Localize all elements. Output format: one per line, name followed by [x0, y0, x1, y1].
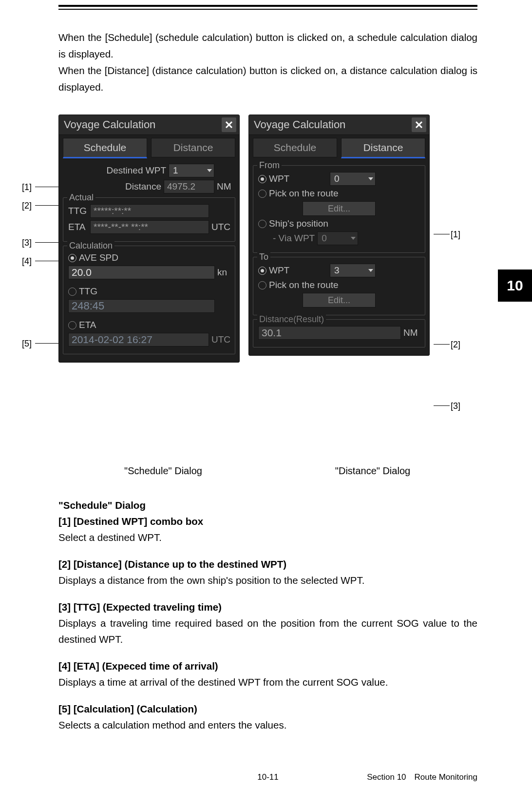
result-legend: Distance(Result): [257, 314, 326, 325]
annot-right-2: [2]: [451, 340, 460, 350]
from-ship-radio[interactable]: [258, 220, 266, 228]
annot-line-r1: [434, 234, 450, 234]
to-pick-radio[interactable]: [258, 281, 266, 289]
tab-distance[interactable]: Distance: [151, 138, 235, 157]
dialog-title-2: Voyage Calculation: [254, 118, 345, 131]
annot-right-3: [3]: [451, 401, 460, 411]
intro-p1: When the [Schedule] (schedule calculatio…: [58, 29, 477, 62]
def-1-heading: [1] [Destined WPT] combo box: [58, 513, 477, 529]
caption-schedule: "Schedule" Dialog: [58, 465, 268, 477]
tab-distance-2[interactable]: Distance: [341, 138, 425, 158]
distance-field: 4975.2: [164, 180, 214, 193]
def-4-text: Displays a time at arrival of the destin…: [58, 674, 477, 690]
to-wpt-label: WPT: [269, 265, 327, 276]
distance-body: From WPT 0 Pick on the route: [249, 165, 429, 355]
destined-wpt-combo[interactable]: 1: [169, 164, 214, 177]
to-group: To WPT 3 Pick on the route E: [253, 257, 425, 315]
via-wpt-value: 0: [322, 233, 327, 244]
result-unit: NM: [403, 327, 420, 338]
via-wpt-label: - Via WPT: [273, 233, 315, 244]
distance-dialog: Voyage Calculation Schedule Distance Fro…: [248, 115, 430, 356]
defs-heading: "Schedule" Dialog: [58, 497, 477, 513]
page-rule: [58, 5, 477, 10]
page: 10 When the [Schedule] (schedule calcula…: [0, 0, 532, 789]
chevron-down-icon: [351, 237, 356, 240]
calc-eta-field: 2014-02-02 16:27: [68, 333, 209, 346]
result-group: Distance(Result) 30.1 NM: [253, 319, 425, 347]
def-2-heading: [2] [Distance] (Distance up to the desti…: [58, 556, 477, 572]
distance-unit: NM: [217, 181, 235, 192]
annot-left-5: [5]: [22, 339, 32, 349]
def-5-heading: [5] [Calculation] (Calculation): [58, 701, 477, 717]
ave-spd-unit: kn: [217, 267, 230, 278]
actual-legend: Actual: [67, 192, 95, 203]
annot-line-r3: [434, 405, 450, 406]
chevron-down-icon: [207, 169, 212, 172]
def-3-text: Displays a traveling time required based…: [58, 615, 477, 647]
calc-eta-label: ETA: [79, 320, 96, 330]
intro-p2: When the [Distance] (distance calculatio…: [58, 62, 477, 96]
annot-left-3: [3]: [22, 238, 32, 248]
def-1-text: Select a destined WPT.: [58, 529, 477, 545]
annot-left-1: [1]: [22, 182, 32, 192]
via-wpt-combo: 0: [317, 231, 358, 245]
calc-eta-radio[interactable]: [68, 321, 76, 329]
chapter-tab: 10: [498, 269, 532, 302]
caption-distance: "Distance" Dialog: [268, 465, 477, 477]
calc-ttg-radio[interactable]: [68, 288, 76, 296]
destined-wpt-label: Destined WPT: [107, 165, 166, 176]
tabs-2: Schedule Distance: [249, 135, 429, 161]
distance-label: Distance: [125, 181, 161, 192]
caption-row: "Schedule" Dialog "Distance" Dialog: [58, 465, 477, 477]
close-icon[interactable]: [222, 117, 236, 132]
from-wpt-radio[interactable]: [258, 175, 266, 183]
def-3-heading: [3] [TTG] (Expected traveling time): [58, 599, 477, 615]
def-4-heading: [4] [ETA] (Expeced time of arrival): [58, 658, 477, 674]
annot-left-2: [2]: [22, 201, 32, 211]
tab-schedule[interactable]: Schedule: [63, 138, 147, 158]
footer: 10-11 Section 10 Route Monitoring: [58, 772, 477, 782]
to-legend: To: [257, 252, 270, 262]
from-wpt-value: 0: [334, 173, 340, 184]
ave-spd-label: AVE SPD: [79, 252, 118, 263]
calc-eta-unit: UTC: [211, 334, 230, 345]
def-2-text: Displays a distance from the own ship's …: [58, 572, 477, 588]
eta-unit: UTC: [211, 222, 230, 232]
dialog-titlebar: Voyage Calculation: [59, 115, 239, 135]
intro-text: When the [Schedule] (schedule calculatio…: [58, 29, 477, 96]
calculation-group: Calculation AVE SPD 20.0 kn TTG 248:4: [63, 246, 235, 354]
tabs: Schedule Distance: [59, 135, 239, 161]
ttg-label: TTG: [68, 206, 88, 216]
ave-spd-field[interactable]: 20.0: [68, 266, 215, 279]
actual-group: Actual TTG *****:**:** ETA ****-**-** **…: [63, 197, 235, 242]
to-edit-button[interactable]: Edit...: [303, 293, 376, 308]
annot-right-1: [1]: [451, 230, 460, 240]
eta-field: ****-**-** **:**: [90, 220, 209, 234]
from-wpt-combo[interactable]: 0: [330, 172, 376, 186]
to-wpt-combo[interactable]: 3: [330, 264, 376, 277]
from-pick-label: Pick on the route: [269, 188, 339, 199]
definitions: "Schedule" Dialog [1] [Destined WPT] com…: [58, 497, 477, 733]
destined-wpt-value: 1: [173, 165, 178, 176]
calc-ttg-field: 248:45: [68, 299, 215, 313]
close-icon[interactable]: [412, 117, 426, 132]
annot-left-4: [4]: [22, 256, 32, 267]
ttg-field: *****:**:**: [90, 204, 209, 218]
from-legend: From: [257, 160, 282, 171]
footer-page: 10-11: [197, 772, 339, 782]
to-wpt-radio[interactable]: [258, 267, 266, 275]
from-edit-button[interactable]: Edit...: [303, 201, 376, 216]
from-pick-radio[interactable]: [258, 190, 266, 198]
chevron-down-icon: [368, 269, 373, 272]
from-wpt-label: WPT: [269, 173, 327, 184]
annot-line-r2: [434, 344, 450, 345]
ave-spd-radio[interactable]: [68, 254, 76, 262]
dialog-title: Voyage Calculation: [64, 118, 155, 131]
calc-ttg-label: TTG: [79, 286, 97, 297]
calculation-legend: Calculation: [67, 241, 114, 251]
from-group: From WPT 0 Pick on the route: [253, 165, 425, 253]
tab-schedule-2[interactable]: Schedule: [253, 138, 337, 157]
schedule-body: Destined WPT 1 Distance 4975.2 NM Actual…: [59, 164, 239, 362]
result-field: 30.1: [258, 326, 401, 340]
footer-section: Section 10 Route Monitoring: [339, 772, 477, 782]
